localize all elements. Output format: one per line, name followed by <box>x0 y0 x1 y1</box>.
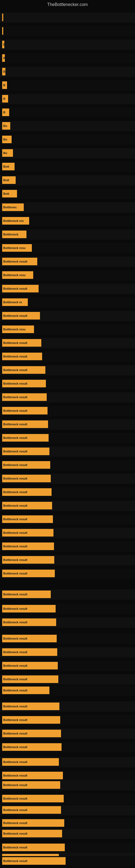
bar-item: Bottleneck result <box>2 662 58 670</box>
bar-label: Bottleneck result <box>3 621 27 624</box>
row-bg <box>0 134 135 145</box>
bar-label: Bottleneck result <box>3 558 27 561</box>
site-title: TheBottlenecker.com <box>0 0 135 8</box>
bar-item: B <box>2 41 4 48</box>
bar-item: Bottleneck result <box>2 772 63 779</box>
bar-label: Bottleneck result <box>3 260 27 263</box>
bar-item: Bottleneck result <box>2 366 45 374</box>
bar-label: B <box>3 70 5 73</box>
bar-item: Bottleneck result <box>2 312 40 319</box>
bar-item: Bottleneck result <box>2 461 50 469</box>
bar-item: Bottleneck result <box>2 556 54 564</box>
bar-label: Bottleneck result <box>3 745 27 749</box>
bar-item: Bottleneck re <box>2 299 28 306</box>
bar-label: Bottleneck result <box>3 705 27 708</box>
bar-label: Bottleneck result <box>3 518 27 521</box>
bar-label: B <box>3 84 5 87</box>
bar-label: Bottleneck result <box>3 760 27 764</box>
bar-item: Bottleneck result <box>2 795 64 802</box>
bar-item: Bottleneck result <box>2 806 61 814</box>
row-bg <box>0 175 135 186</box>
bar-label: Bottleneck resu <box>3 328 26 331</box>
bar-label: Bottleneck result <box>3 797 27 800</box>
bar-item: Bottleneck result <box>2 819 64 827</box>
bar-label: Bottleneck result <box>3 531 27 534</box>
bar-item: Bo <box>2 122 10 130</box>
bar-label: Bottleneck result <box>3 368 27 372</box>
bar-item: Bott <box>2 176 16 184</box>
bar-label: Bottleneck result <box>3 846 27 849</box>
bar-label: Bottleneck resu <box>3 273 26 277</box>
bar-label: Bottleneck result <box>3 859 27 863</box>
row-bg <box>0 80 135 91</box>
bar-item: Bottleneck result <box>2 380 46 388</box>
bar-item: Bottleneck res <box>2 217 29 225</box>
bar-item: Bottleneck result <box>2 393 47 401</box>
bar-label: B <box>3 111 5 114</box>
bar-label: Bottleneck result <box>3 678 27 681</box>
bar-item: Bottleneck result <box>2 730 61 737</box>
bar-item: Bottleneck result <box>2 339 41 347</box>
bar-item: Bottleneck result <box>2 258 37 265</box>
row-bg <box>0 12 135 23</box>
bar-label: Bottleneck result <box>3 463 27 467</box>
bar-label: Bo <box>3 138 7 141</box>
row-bg <box>0 94 135 104</box>
bar-label: Bottleneck res <box>3 219 24 222</box>
bar-label: Bottleneck result <box>3 832 27 835</box>
bar-item: Bottleneck result <box>2 758 59 766</box>
bar-item: Bott <box>2 190 17 197</box>
bar-label: Bo <box>3 151 7 155</box>
bar-label: Bottleneck result <box>3 355 27 358</box>
bar-item: Bottleneck result <box>2 618 56 626</box>
bar-item: Bottleneck result <box>2 716 60 724</box>
bar-item: Bottleneck result <box>2 635 57 642</box>
row-bg <box>0 107 135 118</box>
bar-item: B <box>2 68 5 75</box>
bar-item <box>2 13 3 21</box>
bar-label: B <box>3 43 4 46</box>
bar-item: Bottleneck result <box>2 502 52 509</box>
bar-item: B <box>2 54 5 62</box>
bar-label: Bottleneck result <box>3 477 27 480</box>
row-bg <box>0 26 135 36</box>
bar-label: Bottleneck result <box>3 490 27 494</box>
row-bg <box>0 53 135 63</box>
bar-label: Bottleneck result <box>3 732 27 735</box>
row-bg <box>0 40 135 50</box>
bar-item: Bottleneck result <box>2 686 49 694</box>
bar-label: Bottleneck result <box>3 718 27 721</box>
bar-item: Bottleneck <box>2 230 27 238</box>
bar-item: B <box>2 95 8 102</box>
bar-item: Bottleneck resu <box>2 326 34 333</box>
bar-label: Bottleneck result <box>3 774 27 777</box>
bar-item: Bottleneck result <box>2 285 39 292</box>
bar-label: Bottleneck result <box>3 689 27 692</box>
bar-item: Bottleneck result <box>2 703 59 710</box>
bar-item: Bottleneck result <box>2 675 58 683</box>
bar-item: Bottleneck result <box>2 569 55 577</box>
bar-label: Bottleneck result <box>3 436 27 439</box>
bar-label: Bottlenec <box>3 206 17 209</box>
bar-label: Bott <box>3 192 9 195</box>
row-bg <box>0 148 135 158</box>
bar-item: Bottleneck result <box>2 421 48 428</box>
bar-label: Bottleneck result <box>3 341 27 344</box>
bar-item: Bottleneck result <box>2 781 60 789</box>
bar-label: Bottleneck result <box>3 396 27 399</box>
bar-label: Bottleneck resu <box>3 246 26 250</box>
bar-label: Bott <box>3 179 9 182</box>
bar-item: Bottleneck resu <box>2 244 32 252</box>
bar-item: Bottleneck result <box>2 488 52 496</box>
bar-label: Bottleneck result <box>3 808 27 812</box>
bar-label: Bottleneck result <box>3 593 27 596</box>
bar-item: B <box>2 82 7 89</box>
bar-item: Bottleneck resu <box>2 271 33 279</box>
bar-item <box>2 27 3 35</box>
row-bg <box>0 67 135 77</box>
bar-item: Bo <box>2 149 13 157</box>
bar-item: Bottleneck result <box>2 830 62 837</box>
bar-item: Bottleneck result <box>2 857 65 865</box>
bar-item: Bottleneck result <box>2 605 56 613</box>
bar-label: Bottleneck result <box>3 545 27 548</box>
